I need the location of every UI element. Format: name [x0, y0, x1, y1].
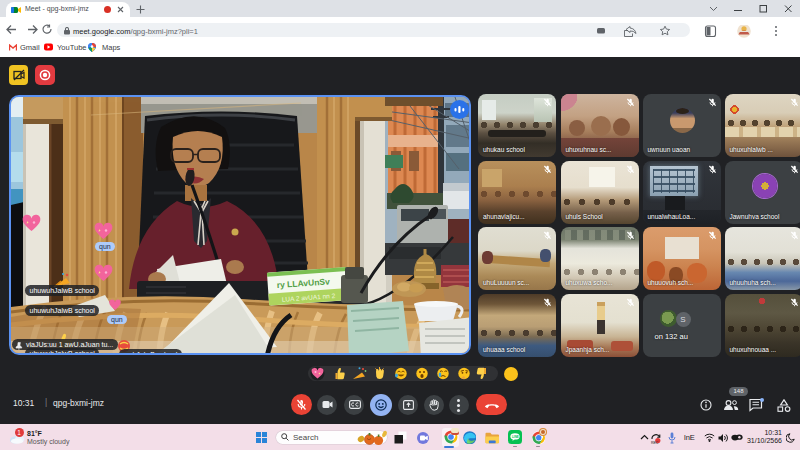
svg-text:LINE: LINE: [512, 435, 519, 439]
svg-text:REC: REC: [651, 440, 659, 444]
